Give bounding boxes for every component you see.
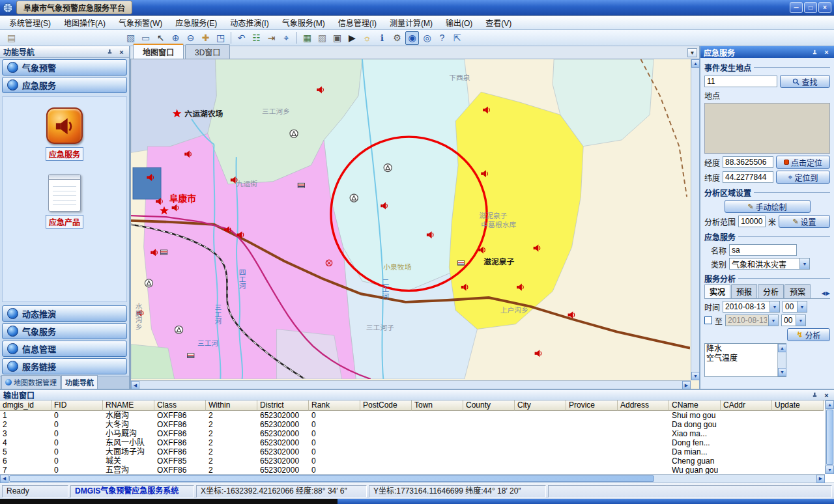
maximize-button[interactable]: □ — [804, 2, 817, 13]
menu-map-operations[interactable]: 地图操作(A) — [57, 15, 112, 30]
search-button[interactable]: 查找 — [780, 75, 830, 88]
eye-icon[interactable]: ◎ — [420, 31, 434, 45]
scroll-down-icon[interactable]: ▼ — [691, 372, 700, 380]
print-icon[interactable]: ▣ — [330, 31, 344, 45]
flag-marker[interactable] — [188, 354, 194, 358]
table-row[interactable]: 30小马厩沟OXFF8626523020000Xiao ma... — [0, 429, 834, 438]
map-vertical-scrollbar[interactable]: ▲ ▼ — [691, 59, 699, 380]
scroll-down-icon[interactable]: ▼ — [826, 466, 834, 474]
hour-to-select[interactable]: 00 ▼ — [781, 315, 806, 326]
close-panel-icon[interactable]: × — [822, 48, 831, 57]
output-horizontal-scrollbar[interactable]: ◀ ▶ — [0, 474, 825, 483]
table-row[interactable]: 20大冬沟OXFF8626523020000Da dong gou — [0, 420, 834, 429]
minimize-button[interactable]: ─ — [790, 2, 803, 13]
pin-icon[interactable] — [811, 48, 819, 57]
station-marker[interactable] — [175, 326, 182, 333]
map-viewport[interactable]: 六运湖农场 三工河乡 下西泉 阜康市 九运街 滋泥泉子 中葛根水库 滋泥泉子 小… — [130, 59, 699, 389]
clear-selection-icon[interactable]: ▭ — [139, 31, 152, 45]
picture-icon[interactable]: ▨ — [315, 31, 329, 45]
paste-icon[interactable]: ▤ — [5, 31, 18, 45]
tab-dropdown-icon[interactable]: ▼ — [687, 48, 697, 57]
scroll-up-icon[interactable]: ▲ — [691, 59, 700, 68]
place-list-box[interactable] — [704, 103, 830, 154]
click-locate-button[interactable]: 点击定位 — [776, 156, 830, 169]
tab-live[interactable]: 实况 — [704, 284, 730, 298]
settings-icon[interactable]: ⚙ — [390, 31, 404, 45]
output-column-header[interactable]: Within — [206, 400, 257, 411]
scroll-left-icon[interactable]: ◀ — [0, 475, 8, 483]
output-vertical-scrollbar[interactable]: ▲ ▼ — [825, 400, 834, 474]
table-row[interactable]: 50大面场子沟OXFF8626523020000Da mian... — [0, 447, 834, 456]
output-column-header[interactable]: Address — [618, 400, 669, 411]
list-item[interactable]: 空气温度 — [706, 354, 776, 363]
table-row[interactable]: 70五宫沟OXFF8626523020000Wu guan gou — [0, 466, 834, 475]
tab-forecast[interactable]: 预报 — [731, 284, 757, 298]
output-column-header[interactable]: CAddr — [721, 400, 772, 411]
full-extent-icon[interactable]: ◳ — [214, 31, 227, 45]
close-panel-icon[interactable]: × — [117, 48, 126, 56]
tab-function-nav[interactable]: 功能导航 — [61, 375, 98, 389]
arrow-tool-icon[interactable]: ▶ — [345, 31, 359, 45]
station-marker[interactable] — [290, 130, 298, 137]
longitude-input[interactable] — [723, 156, 773, 168]
select-features-icon[interactable]: ▧ — [124, 31, 137, 45]
table-row[interactable]: 60城关OXFF8526523020000Cheng guan — [0, 456, 834, 466]
locate-to-button[interactable]: ⌖ 定位到 — [776, 171, 830, 184]
output-column-header[interactable]: Class — [154, 400, 206, 411]
map-canvas[interactable]: 六运湖农场 三工河乡 下西泉 阜康市 九运街 滋泥泉子 中葛根水库 滋泥泉子 小… — [131, 59, 690, 379]
scroll-up-icon[interactable]: ▲ — [826, 400, 834, 409]
menu-dynamic-deduction[interactable]: 动态推演(I) — [223, 15, 275, 30]
nav-service-links[interactable]: 服务链接 — [2, 358, 127, 374]
globe-tool-icon[interactable]: ◉ — [405, 31, 419, 45]
table-row[interactable]: 10水磨沟OXFF8626523020000Shui mo gou — [0, 411, 834, 420]
list-item[interactable]: 降水 — [706, 344, 776, 354]
tab-scroll-right-icon[interactable]: ▶ — [826, 290, 830, 296]
help-icon[interactable]: ? — [435, 31, 449, 45]
menu-emergency-service[interactable]: 应急服务(E) — [169, 15, 223, 30]
scroll-down-icon[interactable]: ▼ — [778, 368, 786, 376]
flag-marker[interactable] — [457, 260, 464, 265]
tab-scroll-left-icon[interactable]: ◀ — [822, 290, 826, 296]
identify-icon[interactable]: ⌖ — [280, 31, 293, 45]
menu-view[interactable]: 查看(V) — [479, 15, 518, 30]
element-list-scrollbar[interactable]: ▲ ▼ — [777, 344, 786, 376]
date-from-select[interactable]: 2010-08-13 ▼ — [723, 301, 780, 313]
analysis-range-input[interactable] — [738, 216, 766, 227]
latitude-input[interactable] — [723, 171, 773, 183]
shortcut-emergency-product[interactable]: 应急产品 — [46, 174, 83, 229]
nav-emergency-service[interactable]: 应急服务 — [2, 77, 127, 93]
map-horizontal-scrollbar[interactable]: ◀ ▶ — [131, 380, 691, 389]
export-icon[interactable]: ⇱ — [450, 31, 464, 45]
manual-draw-button[interactable]: ✎ 手动绘制 — [725, 200, 811, 213]
output-column-header[interactable]: Update — [772, 400, 824, 411]
pin-icon[interactable] — [106, 48, 114, 56]
previous-extent-icon[interactable]: ↶ — [235, 31, 248, 45]
table-row[interactable]: 40东风一小队OXFF8626523020000Dong fen... — [0, 438, 834, 447]
flag-marker[interactable] — [298, 183, 304, 188]
close-button[interactable]: × — [818, 2, 831, 13]
menu-weather-warning[interactable]: 气象预警(W) — [112, 15, 169, 30]
output-column-header[interactable]: Town — [412, 400, 463, 411]
zoom-out-icon[interactable]: ⊖ — [184, 31, 197, 45]
output-column-header[interactable]: CName — [669, 400, 721, 411]
to-checkbox[interactable] — [704, 316, 712, 324]
bulb-icon[interactable]: ☼ — [360, 31, 374, 45]
menu-output[interactable]: 输出(O) — [439, 15, 479, 30]
menu-info-management[interactable]: 信息管理(I) — [332, 15, 383, 30]
close-panel-icon[interactable]: × — [822, 391, 831, 399]
hour-from-select[interactable]: 00 ▼ — [783, 301, 807, 313]
output-column-header[interactable]: County — [463, 400, 515, 411]
output-column-header[interactable]: City — [515, 400, 566, 411]
output-column-header[interactable]: PostCode — [360, 400, 412, 411]
tab-3d-window[interactable]: 3D窗口 — [185, 44, 230, 59]
service-name-input[interactable] — [729, 244, 797, 256]
output-column-header[interactable]: RNAME — [103, 400, 154, 411]
menu-system-management[interactable]: 系统管理(S) — [3, 15, 57, 30]
pointer-select-icon[interactable]: ↖ — [154, 31, 167, 45]
service-type-select[interactable]: 气象和洪水灾害 ▼ — [729, 258, 810, 270]
layers-icon[interactable]: ☷ — [250, 31, 263, 45]
event-location-input[interactable] — [704, 76, 777, 87]
shortcut-emergency-service[interactable]: 应急服务 — [46, 107, 83, 161]
station-marker[interactable] — [145, 279, 152, 287]
tab-plan[interactable]: 预案 — [784, 284, 811, 298]
